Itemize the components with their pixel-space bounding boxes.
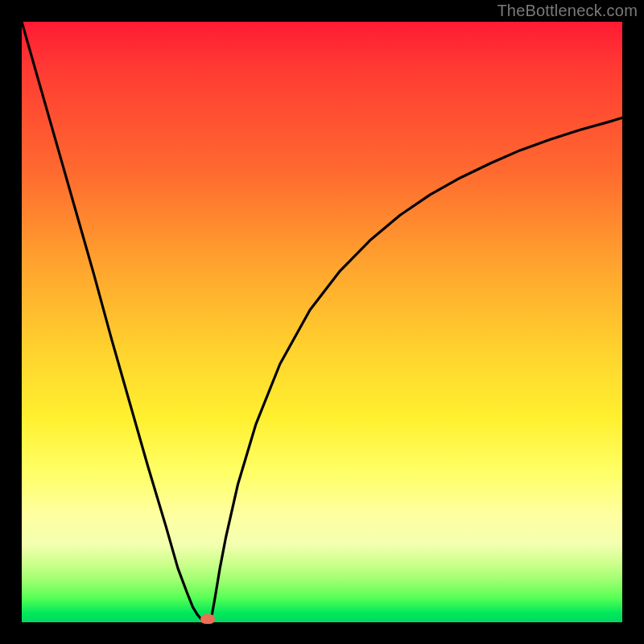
chart-frame: TheBottleneck.com <box>0 0 644 644</box>
optimal-point-marker <box>200 614 215 624</box>
watermark-text: TheBottleneck.com <box>497 2 638 20</box>
bottleneck-curve <box>22 22 622 622</box>
